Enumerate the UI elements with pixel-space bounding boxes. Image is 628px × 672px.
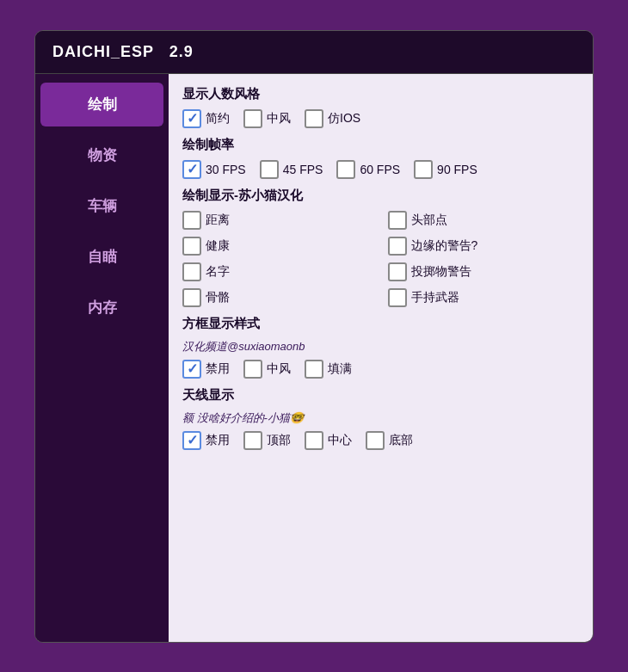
section-player-style: 显示人数风格: [182, 86, 579, 102]
style-simple-group: 简约: [182, 109, 230, 128]
draw-headpoint-label: 头部点: [411, 213, 447, 228]
draw-throwwarn-label: 投掷物警告: [411, 264, 471, 280]
app-version: 2.9: [169, 43, 194, 60]
style-simple-checkbox[interactable]: [182, 109, 201, 128]
draw-distance-label: 距离: [206, 213, 230, 228]
box-mid-checkbox[interactable]: [243, 360, 262, 379]
fps60-group: 60 FPS: [336, 160, 400, 179]
draw-distance-group: 距离: [182, 211, 366, 230]
fps90-group: 90 FPS: [414, 160, 477, 179]
player-style-row: 简约 中风 仿IOS: [182, 109, 579, 128]
fps60-label: 60 FPS: [360, 163, 400, 176]
style-mid-group: 中风: [243, 109, 291, 128]
antenna-subtitle-text: 额 没啥好介绍的-小猫: [182, 411, 290, 424]
fps30-label: 30 FPS: [206, 163, 246, 176]
section-draw-display: 绘制显示-苏小猫汉化: [182, 188, 579, 204]
ant-top-group: 顶部: [243, 431, 291, 450]
sidebar-item-vehicle[interactable]: 车辆: [40, 184, 163, 228]
fps90-label: 90 FPS: [437, 163, 477, 176]
ant-bottom-checkbox[interactable]: [366, 431, 385, 450]
sidebar-item-draw[interactable]: 绘制: [40, 83, 163, 126]
draw-headpoint-group: 头部点: [388, 211, 571, 230]
fps45-group: 45 FPS: [260, 160, 323, 179]
draw-edgewarn-group: 边缘的警告?: [388, 237, 571, 256]
ant-top-checkbox[interactable]: [243, 431, 262, 450]
fps45-label: 45 FPS: [283, 163, 323, 176]
ant-disable-group: 禁用: [182, 431, 230, 450]
draw-name-label: 名字: [206, 264, 230, 280]
ant-center-label: 中心: [328, 433, 352, 448]
sidebar-item-memory[interactable]: 内存: [40, 286, 163, 330]
ant-bottom-label: 底部: [389, 433, 413, 448]
style-ios-checkbox[interactable]: [305, 109, 323, 128]
box-fill-checkbox[interactable]: [305, 360, 323, 379]
ant-disable-label: 禁用: [206, 433, 230, 448]
ant-top-label: 顶部: [267, 433, 291, 448]
draw-name-checkbox[interactable]: [182, 262, 201, 281]
main-panel: 显示人数风格 简约 中风 仿IOS 绘制帧率: [169, 74, 593, 642]
box-mid-group: 中风: [243, 360, 291, 379]
antenna-subtitle: 额 没啥好介绍的-小猫🤓: [182, 410, 579, 426]
fps45-checkbox[interactable]: [260, 160, 279, 179]
fps-row: 30 FPS 45 FPS 60 FPS 90 FPS: [182, 160, 579, 179]
style-simple-label: 简约: [206, 111, 230, 126]
app-title-text: DAICHI_ESP: [52, 43, 154, 60]
ant-bottom-group: 底部: [366, 431, 413, 450]
box-mid-label: 中风: [267, 361, 291, 377]
draw-holdweapon-checkbox[interactable]: [388, 288, 407, 307]
sidebar: 绘制 物资 车辆 自瞄 内存: [35, 74, 169, 642]
main-window: DAICHI_ESP 2.9 绘制 物资 车辆 自瞄 内存 显示人数风格 简约: [34, 30, 594, 643]
box-fill-label: 填满: [328, 361, 352, 377]
sidebar-item-self[interactable]: 自瞄: [40, 235, 163, 279]
draw-options-grid: 距离 头部点 健康 边缘的警告? 名字: [182, 211, 579, 307]
draw-skeleton-checkbox[interactable]: [182, 288, 201, 307]
draw-skeleton-label: 骨骼: [206, 290, 230, 305]
section-fps: 绘制帧率: [182, 137, 579, 153]
app-title: DAICHI_ESP 2.9: [52, 43, 194, 61]
draw-edgewarn-checkbox[interactable]: [388, 237, 407, 256]
ant-center-checkbox[interactable]: [305, 431, 323, 450]
box-disable-checkbox[interactable]: [182, 360, 201, 379]
box-disable-group: 禁用: [182, 360, 230, 379]
draw-holdweapon-label: 手持武器: [411, 290, 459, 305]
draw-throwwarn-group: 投掷物警告: [388, 262, 571, 281]
box-fill-group: 填满: [305, 360, 352, 379]
draw-health-label: 健康: [206, 238, 230, 254]
fps30-group: 30 FPS: [182, 160, 246, 179]
style-ios-group: 仿IOS: [305, 109, 360, 128]
draw-edgewarn-label: 边缘的警告?: [411, 238, 478, 254]
draw-holdweapon-group: 手持武器: [388, 288, 571, 307]
antenna-options-row: 禁用 顶部 中心 底部: [182, 431, 579, 450]
box-options-row: 禁用 中风 填满: [182, 360, 579, 379]
draw-distance-checkbox[interactable]: [182, 211, 201, 230]
section-antenna: 天线显示: [182, 387, 579, 404]
draw-throwwarn-checkbox[interactable]: [388, 262, 407, 281]
style-ios-label: 仿IOS: [328, 111, 360, 126]
title-bar: DAICHI_ESP 2.9: [35, 31, 593, 74]
style-mid-label: 中风: [267, 111, 291, 126]
draw-health-checkbox[interactable]: [182, 237, 201, 256]
section-box-style: 方框显示样式: [182, 316, 579, 332]
sidebar-item-supply[interactable]: 物资: [40, 133, 163, 177]
draw-name-group: 名字: [182, 262, 366, 281]
ant-center-group: 中心: [305, 431, 352, 450]
fps30-checkbox[interactable]: [182, 160, 201, 179]
box-disable-label: 禁用: [206, 361, 230, 377]
draw-health-group: 健康: [182, 237, 366, 256]
antenna-emoji: 🤓: [290, 411, 304, 424]
content-area: 绘制 物资 车辆 自瞄 内存 显示人数风格 简约 中风 仿IO: [35, 74, 593, 642]
style-mid-checkbox[interactable]: [243, 109, 262, 128]
ant-disable-checkbox[interactable]: [182, 431, 201, 450]
draw-skeleton-group: 骨骼: [182, 288, 366, 307]
box-subtitle: 汉化频道@suxiaomaonb: [182, 339, 579, 354]
fps90-checkbox[interactable]: [414, 160, 433, 179]
fps60-checkbox[interactable]: [336, 160, 355, 179]
draw-headpoint-checkbox[interactable]: [388, 211, 407, 230]
